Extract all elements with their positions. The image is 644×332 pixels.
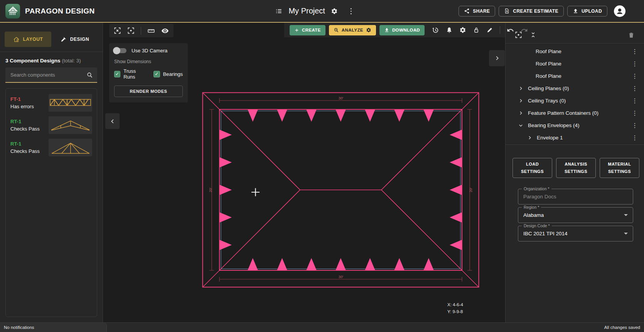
history-icon[interactable] (432, 27, 439, 34)
tree-chevron-right-icon[interactable] (518, 110, 524, 116)
plus-icon (294, 28, 299, 33)
tree-row[interactable]: Bearing Envelopes (4)⋮ (506, 119, 644, 131)
settings-button-line2: SETTINGS (565, 168, 587, 175)
notifications-bell-icon[interactable] (446, 27, 453, 34)
tree-row[interactable]: Ceiling Trays (0)⋮ (506, 94, 644, 107)
upload-button[interactable]: UPLOAD (567, 6, 607, 17)
component-card[interactable]: RT-1Checks Pass (10, 116, 92, 134)
tree-item-menu-icon[interactable]: ⋮ (632, 97, 638, 104)
tree-chevron-right-icon[interactable] (527, 135, 533, 141)
tree-row[interactable]: Envelope 1⋮ (506, 131, 644, 144)
tree-item-menu-icon[interactable]: ⋮ (632, 48, 638, 55)
dropdown-caret-icon[interactable] (624, 233, 628, 235)
account-avatar[interactable] (614, 5, 625, 17)
tree-chevron-right-icon[interactable] (518, 86, 524, 91)
component-status: Has errors (10, 104, 34, 109)
download-button[interactable]: DOWNLOAD (379, 25, 425, 35)
share-button[interactable]: SHARE (459, 6, 495, 17)
component-card[interactable]: FT-1Has errors (10, 94, 92, 112)
top-bar: PARAGON DESIGN My Project ⋮ SHARE CREATE… (0, 0, 644, 23)
use-3d-camera-toggle[interactable] (114, 48, 126, 53)
tree-item-menu-icon[interactable]: ⋮ (632, 85, 638, 92)
design-canvas[interactable]: 30' 30' 20' 20' (103, 23, 505, 322)
checkbox-truss-runs[interactable]: ✓Truss Runs (114, 68, 148, 80)
checkbox-label: Truss Runs (123, 68, 147, 80)
edit-pencil-icon[interactable] (486, 27, 493, 34)
notifications-status[interactable]: No notifications (0, 323, 107, 332)
analyze-button[interactable]: ANALYZE (329, 25, 376, 35)
checkbox-box[interactable]: ✓ (114, 71, 120, 77)
tree-row[interactable]: Roof Plane⋮ (506, 70, 644, 82)
app-window: PARAGON DESIGN My Project ⋮ SHARE CREATE… (0, 0, 644, 332)
checkbox-bearings[interactable]: ✓Bearings (153, 71, 183, 77)
clear-selection-icon[interactable] (114, 27, 121, 34)
organization-field[interactable]: Organization *Paragon Docs (518, 189, 633, 205)
dropdown-caret-icon[interactable] (624, 214, 628, 216)
tree-item-menu-icon[interactable]: ⋮ (632, 60, 638, 67)
tab-design[interactable]: DESIGN (51, 32, 98, 47)
field-label: Design Code * (522, 223, 552, 228)
region-field[interactable]: Region *Alabama (518, 207, 633, 223)
component-thumbnail[interactable] (49, 94, 92, 112)
tree-chevron-right-icon[interactable] (518, 98, 524, 104)
coord-y: Y: 9-9-8 (447, 308, 463, 315)
component-card[interactable]: RT-1Checks Pass (10, 139, 92, 156)
center-view-icon[interactable] (127, 27, 135, 34)
field-value: Alabama (523, 212, 544, 218)
render-modes-button[interactable]: RENDER MODES (114, 86, 183, 97)
visibility-eye-icon[interactable] (161, 27, 169, 35)
settings-buttons-row: LOADSETTINGSANALYSISSETTINGSMATERIALSETT… (513, 158, 639, 178)
tree-chevron-down-icon[interactable] (518, 122, 524, 128)
analysis-settings-button[interactable]: ANALYSISSETTINGS (556, 158, 596, 178)
tree-item-menu-icon[interactable]: ⋮ (632, 134, 638, 141)
project-list-icon[interactable] (275, 7, 283, 15)
tree-item-menu-icon[interactable]: ⋮ (632, 72, 638, 80)
tree-row[interactable]: Feature Pattern Containers (0)⋮ (506, 107, 644, 119)
checkbox-box[interactable]: ✓ (153, 71, 160, 77)
dim-right: 20' (469, 188, 473, 193)
dim-top: 30' (339, 96, 344, 100)
collapse-left-panel-button[interactable] (105, 113, 120, 129)
project-settings-form: Organization *Paragon DocsRegion *Alabam… (518, 189, 633, 241)
create-button[interactable]: CREATE (290, 25, 325, 35)
dimension-labels: 30' 30' 20' 20' (208, 96, 473, 279)
component-thumbnail[interactable] (49, 116, 92, 134)
measure-ruler-icon[interactable] (147, 27, 155, 35)
tree-row[interactable]: Roof Plane⋮ (506, 45, 644, 57)
project-settings-gear-icon[interactable] (331, 8, 338, 15)
unlock-icon[interactable] (473, 27, 480, 34)
design-code-field[interactable]: Design Code *IBC 2021 TPI 2014 (518, 226, 633, 241)
settings-button-line1: ANALYSIS (565, 161, 587, 168)
project-title: My Project (288, 7, 325, 15)
field-label: Organization * (522, 186, 551, 191)
component-id: FT-1 (10, 96, 34, 102)
chevron-left-icon (109, 118, 116, 125)
tree-item-menu-icon[interactable]: ⋮ (632, 109, 638, 117)
project-more-menu-icon[interactable]: ⋮ (347, 7, 355, 15)
settings-gear-icon[interactable] (459, 27, 466, 34)
load-settings-button[interactable]: LOADSETTINGS (513, 158, 552, 178)
search-icon[interactable] (86, 72, 93, 78)
roof-plan-drawing[interactable]: 30' 30' 20' 20' (202, 92, 479, 288)
tree-row[interactable]: Ceiling Planes (0)⋮ (506, 82, 644, 94)
tree-item-menu-icon[interactable]: ⋮ (632, 122, 638, 129)
tab-layout[interactable]: LAYOUT (5, 32, 51, 47)
tree-row[interactable]: Roof Plane⋮ (506, 57, 644, 70)
chevron-right-icon (494, 55, 501, 62)
create-estimate-button[interactable]: CREATE ESTIMATE (499, 6, 564, 17)
material-settings-button[interactable]: MATERIALSETTINGS (600, 158, 639, 178)
save-status: All changes saved (604, 325, 644, 330)
tree-item-label: Envelope 1 (537, 135, 563, 141)
expand-right-panel-button[interactable] (489, 50, 505, 66)
structure-panel: Roof Plane⋮Roof Plane⋮Roof Plane⋮Ceiling… (505, 23, 644, 322)
redo-icon[interactable] (521, 27, 528, 34)
component-thumbnail[interactable] (49, 139, 92, 156)
analyze-settings-gear-icon[interactable] (366, 27, 371, 33)
delete-trash-icon[interactable] (628, 32, 635, 39)
action-strip: CREATE ANALYZE DOWNLOAD (284, 23, 505, 37)
app-logo[interactable] (5, 4, 20, 18)
undo-icon[interactable] (507, 27, 514, 34)
collapse-all-icon[interactable] (530, 32, 536, 38)
search-input[interactable] (10, 72, 86, 78)
toolbar-divider (141, 27, 141, 35)
